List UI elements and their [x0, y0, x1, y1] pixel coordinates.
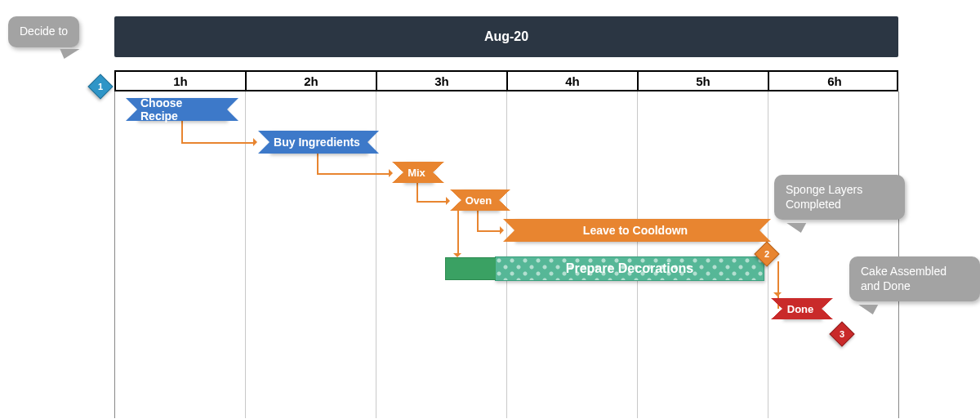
gridline — [114, 91, 115, 418]
gridline — [637, 91, 638, 418]
gridline — [506, 91, 507, 418]
task-prepare-decorations[interactable]: Prepare Decorations — [495, 256, 764, 281]
callout-tail-icon — [786, 223, 811, 233]
diagram-title: Aug-20 — [484, 29, 528, 44]
hour-tick: 3h — [377, 72, 508, 90]
callout-sponge-completed: Sponge Layers Completed — [774, 175, 905, 220]
task-done[interactable]: Done — [782, 298, 822, 319]
gridline — [898, 91, 899, 418]
callout-tail-icon — [858, 305, 883, 314]
task-leave-to-cooldown[interactable]: Leave to Cooldown — [514, 219, 760, 242]
callout-tail-icon — [55, 49, 80, 59]
hours-scale-row: 1h 2h 3h 4h 5h 6h — [114, 70, 898, 91]
hour-tick: 1h — [116, 72, 247, 90]
diagram-title-bar: Aug-20 — [114, 16, 898, 57]
callout-cake-done: Cake Assembled and Done — [849, 256, 980, 301]
callout-decide: Decide to — [8, 16, 79, 47]
milestone-3-assembled[interactable]: 3 — [829, 321, 854, 346]
task-oven[interactable]: Oven — [461, 189, 499, 211]
hour-tick: 5h — [639, 72, 769, 90]
task-prepare-decorations-lead — [445, 257, 496, 280]
hour-tick: 2h — [247, 72, 377, 90]
hour-tick: 6h — [769, 72, 900, 90]
gridline — [245, 91, 246, 418]
task-choose-recipe[interactable]: Choose Recipe — [137, 98, 227, 121]
milestone-1-decide[interactable]: 1 — [87, 74, 113, 99]
hour-tick: 4h — [508, 72, 639, 90]
task-mix[interactable]: Mix — [403, 162, 433, 183]
task-buy-ingredients[interactable]: Buy Ingredients — [270, 131, 368, 154]
